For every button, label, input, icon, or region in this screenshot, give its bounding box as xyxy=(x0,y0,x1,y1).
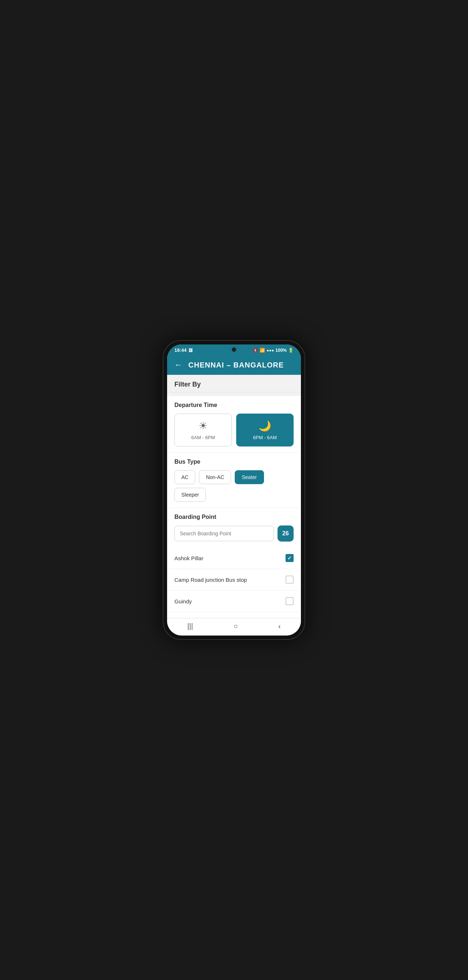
search-row: 26 xyxy=(174,525,294,542)
filter-by-label: Filter By xyxy=(174,381,201,388)
photo-icon: 🖼 xyxy=(189,348,193,353)
boarding-list: Ashok Pillar Camp Road junction Bus stop… xyxy=(167,547,301,618)
boarding-item-guindy-checkbox[interactable] xyxy=(285,597,294,605)
nav-bar: ||| ○ ‹ xyxy=(167,618,301,636)
sleeper-btn[interactable]: Sleeper xyxy=(174,488,206,502)
top-bar: ← CHENNAI – BANGALORE xyxy=(167,355,301,375)
day-time-btn[interactable]: ☀ 6AM - 6PM xyxy=(174,414,232,447)
boarding-point-title: Boarding Point xyxy=(174,514,294,520)
boarding-item-camp-checkbox[interactable] xyxy=(285,576,294,584)
ac-btn[interactable]: AC xyxy=(174,470,195,484)
day-label: 6AM - 6PM xyxy=(191,435,215,440)
nonac-btn[interactable]: Non-AC xyxy=(199,470,231,484)
bus-type-title: Bus Type xyxy=(174,458,294,465)
nav-back-icon[interactable]: ||| xyxy=(187,622,193,630)
boarding-item-camp-label: Camp Road junction Bus stop xyxy=(174,577,247,583)
content-area: Filter By Departure Time ☀ 6AM - 6PM 🌙 6… xyxy=(167,375,301,618)
boarding-item-hcl[interactable]: Hcl Technologies Elcot SEZ (Shollinganal… xyxy=(167,612,301,618)
camera-notch xyxy=(232,347,236,352)
boarding-item-guindy-label: Guindy xyxy=(174,598,192,605)
boarding-count-badge: 26 xyxy=(277,525,294,542)
nav-recent-icon[interactable]: ‹ xyxy=(278,622,281,630)
departure-time-section: Departure Time ☀ 6AM - 6PM 🌙 6PM - 6AM xyxy=(167,396,301,452)
seater-btn[interactable]: Seater xyxy=(235,470,264,484)
battery-label: 100% xyxy=(275,348,287,353)
bus-type-section: Bus Type AC Non-AC Seater Sleeper xyxy=(167,452,301,508)
wifi-icon: 📶 xyxy=(259,348,265,353)
boarding-item-ashok-checkbox[interactable] xyxy=(285,554,294,562)
night-time-btn[interactable]: 🌙 6PM - 6AM xyxy=(236,414,294,447)
boarding-item-ashok-label: Ashok Pillar xyxy=(174,555,203,561)
boarding-item-guindy[interactable]: Guindy xyxy=(167,590,301,612)
phone-shell: 18:44 🖼 🔇 📶 ●●● 100% 🔋 ← CHENNAI – BANGA… xyxy=(163,340,305,640)
time-options: ☀ 6AM - 6PM 🌙 6PM - 6AM xyxy=(174,414,294,447)
moon-icon: 🌙 xyxy=(258,420,271,432)
filter-header: Filter By xyxy=(167,375,301,392)
sun-icon: ☀ xyxy=(199,420,208,432)
boarding-item-ashok[interactable]: Ashok Pillar xyxy=(167,547,301,569)
battery-icon: 🔋 xyxy=(288,348,294,353)
mute-icon: 🔇 xyxy=(253,348,258,353)
nav-home-icon[interactable]: ○ xyxy=(233,622,238,630)
night-label: 6PM - 6AM xyxy=(253,435,277,440)
boarding-item-camp[interactable]: Camp Road junction Bus stop xyxy=(167,569,301,590)
departure-time-title: Departure Time xyxy=(174,402,294,409)
status-time: 18:44 xyxy=(174,347,186,353)
phone-screen: 18:44 🖼 🔇 📶 ●●● 100% 🔋 ← CHENNAI – BANGA… xyxy=(167,344,301,636)
bus-type-options: AC Non-AC Seater Sleeper xyxy=(174,470,294,502)
boarding-point-section: Boarding Point 26 xyxy=(167,508,301,547)
search-boarding-input[interactable] xyxy=(174,526,274,541)
signal-icon: ●●● xyxy=(267,348,274,353)
page-title: CHENNAI – BANGALORE xyxy=(188,361,284,369)
back-button[interactable]: ← xyxy=(174,360,183,370)
